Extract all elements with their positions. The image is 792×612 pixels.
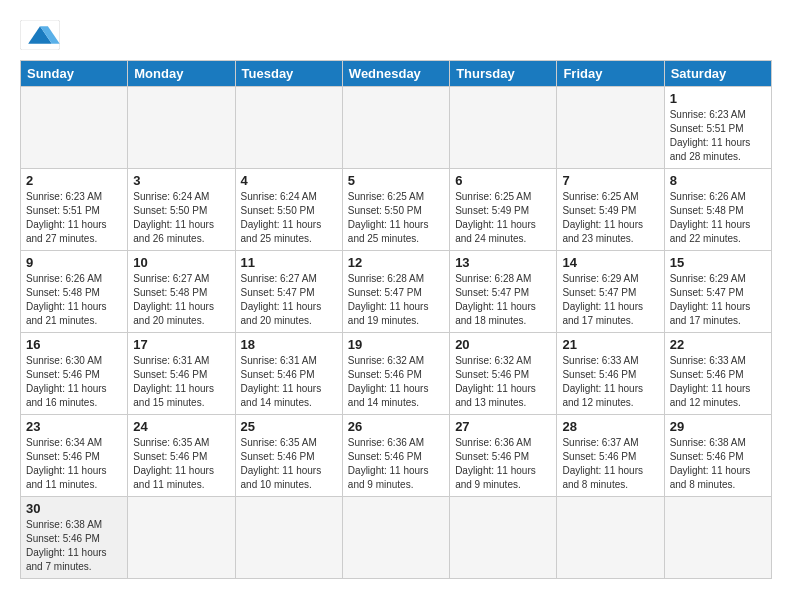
day-cell: 20Sunrise: 6:32 AMSunset: 5:46 PMDayligh… (450, 333, 557, 415)
day-info: Sunrise: 6:36 AMSunset: 5:46 PMDaylight:… (455, 436, 551, 492)
day-number: 16 (26, 337, 122, 352)
day-info: Sunrise: 6:37 AMSunset: 5:46 PMDaylight:… (562, 436, 658, 492)
day-number: 15 (670, 255, 766, 270)
day-cell (235, 87, 342, 169)
day-info: Sunrise: 6:32 AMSunset: 5:46 PMDaylight:… (348, 354, 444, 410)
day-number: 11 (241, 255, 337, 270)
day-cell: 18Sunrise: 6:31 AMSunset: 5:46 PMDayligh… (235, 333, 342, 415)
day-number: 13 (455, 255, 551, 270)
day-number: 22 (670, 337, 766, 352)
day-number: 8 (670, 173, 766, 188)
day-info: Sunrise: 6:33 AMSunset: 5:46 PMDaylight:… (670, 354, 766, 410)
day-info: Sunrise: 6:31 AMSunset: 5:46 PMDaylight:… (133, 354, 229, 410)
day-cell: 6Sunrise: 6:25 AMSunset: 5:49 PMDaylight… (450, 169, 557, 251)
day-info: Sunrise: 6:28 AMSunset: 5:47 PMDaylight:… (455, 272, 551, 328)
day-cell: 23Sunrise: 6:34 AMSunset: 5:46 PMDayligh… (21, 415, 128, 497)
day-cell (342, 497, 449, 579)
day-cell: 8Sunrise: 6:26 AMSunset: 5:48 PMDaylight… (664, 169, 771, 251)
day-cell (235, 497, 342, 579)
day-cell (557, 87, 664, 169)
header-monday: Monday (128, 61, 235, 87)
day-cell: 12Sunrise: 6:28 AMSunset: 5:47 PMDayligh… (342, 251, 449, 333)
week-row-6: 30Sunrise: 6:38 AMSunset: 5:46 PMDayligh… (21, 497, 772, 579)
calendar-header-row: SundayMondayTuesdayWednesdayThursdayFrid… (21, 61, 772, 87)
day-number: 6 (455, 173, 551, 188)
day-number: 26 (348, 419, 444, 434)
day-info: Sunrise: 6:25 AMSunset: 5:50 PMDaylight:… (348, 190, 444, 246)
day-cell: 3Sunrise: 6:24 AMSunset: 5:50 PMDaylight… (128, 169, 235, 251)
day-cell: 27Sunrise: 6:36 AMSunset: 5:46 PMDayligh… (450, 415, 557, 497)
day-cell: 1Sunrise: 6:23 AMSunset: 5:51 PMDaylight… (664, 87, 771, 169)
day-cell (342, 87, 449, 169)
day-info: Sunrise: 6:30 AMSunset: 5:46 PMDaylight:… (26, 354, 122, 410)
day-cell (128, 497, 235, 579)
day-info: Sunrise: 6:24 AMSunset: 5:50 PMDaylight:… (133, 190, 229, 246)
day-cell: 30Sunrise: 6:38 AMSunset: 5:46 PMDayligh… (21, 497, 128, 579)
day-number: 5 (348, 173, 444, 188)
day-info: Sunrise: 6:25 AMSunset: 5:49 PMDaylight:… (562, 190, 658, 246)
week-row-2: 2Sunrise: 6:23 AMSunset: 5:51 PMDaylight… (21, 169, 772, 251)
day-info: Sunrise: 6:26 AMSunset: 5:48 PMDaylight:… (670, 190, 766, 246)
day-cell (128, 87, 235, 169)
day-info: Sunrise: 6:25 AMSunset: 5:49 PMDaylight:… (455, 190, 551, 246)
day-number: 9 (26, 255, 122, 270)
day-number: 12 (348, 255, 444, 270)
day-info: Sunrise: 6:32 AMSunset: 5:46 PMDaylight:… (455, 354, 551, 410)
day-info: Sunrise: 6:24 AMSunset: 5:50 PMDaylight:… (241, 190, 337, 246)
day-cell: 21Sunrise: 6:33 AMSunset: 5:46 PMDayligh… (557, 333, 664, 415)
day-cell: 9Sunrise: 6:26 AMSunset: 5:48 PMDaylight… (21, 251, 128, 333)
day-info: Sunrise: 6:31 AMSunset: 5:46 PMDaylight:… (241, 354, 337, 410)
day-info: Sunrise: 6:36 AMSunset: 5:46 PMDaylight:… (348, 436, 444, 492)
day-cell: 17Sunrise: 6:31 AMSunset: 5:46 PMDayligh… (128, 333, 235, 415)
week-row-4: 16Sunrise: 6:30 AMSunset: 5:46 PMDayligh… (21, 333, 772, 415)
week-row-3: 9Sunrise: 6:26 AMSunset: 5:48 PMDaylight… (21, 251, 772, 333)
day-number: 3 (133, 173, 229, 188)
day-cell: 26Sunrise: 6:36 AMSunset: 5:46 PMDayligh… (342, 415, 449, 497)
day-cell: 5Sunrise: 6:25 AMSunset: 5:50 PMDaylight… (342, 169, 449, 251)
day-info: Sunrise: 6:33 AMSunset: 5:46 PMDaylight:… (562, 354, 658, 410)
day-info: Sunrise: 6:29 AMSunset: 5:47 PMDaylight:… (670, 272, 766, 328)
day-info: Sunrise: 6:38 AMSunset: 5:46 PMDaylight:… (26, 518, 122, 574)
day-cell (21, 87, 128, 169)
day-cell: 13Sunrise: 6:28 AMSunset: 5:47 PMDayligh… (450, 251, 557, 333)
day-number: 20 (455, 337, 551, 352)
day-cell (664, 497, 771, 579)
day-info: Sunrise: 6:38 AMSunset: 5:46 PMDaylight:… (670, 436, 766, 492)
header-saturday: Saturday (664, 61, 771, 87)
header-thursday: Thursday (450, 61, 557, 87)
day-number: 28 (562, 419, 658, 434)
header-wednesday: Wednesday (342, 61, 449, 87)
day-cell: 10Sunrise: 6:27 AMSunset: 5:48 PMDayligh… (128, 251, 235, 333)
day-number: 19 (348, 337, 444, 352)
header-sunday: Sunday (21, 61, 128, 87)
day-number: 4 (241, 173, 337, 188)
day-info: Sunrise: 6:29 AMSunset: 5:47 PMDaylight:… (562, 272, 658, 328)
day-number: 10 (133, 255, 229, 270)
day-number: 1 (670, 91, 766, 106)
day-cell: 11Sunrise: 6:27 AMSunset: 5:47 PMDayligh… (235, 251, 342, 333)
day-info: Sunrise: 6:23 AMSunset: 5:51 PMDaylight:… (670, 108, 766, 164)
week-row-1: 1Sunrise: 6:23 AMSunset: 5:51 PMDaylight… (21, 87, 772, 169)
day-info: Sunrise: 6:27 AMSunset: 5:47 PMDaylight:… (241, 272, 337, 328)
day-cell: 4Sunrise: 6:24 AMSunset: 5:50 PMDaylight… (235, 169, 342, 251)
logo-icon (20, 20, 60, 50)
day-cell: 2Sunrise: 6:23 AMSunset: 5:51 PMDaylight… (21, 169, 128, 251)
day-info: Sunrise: 6:23 AMSunset: 5:51 PMDaylight:… (26, 190, 122, 246)
page-header (20, 20, 772, 50)
day-number: 2 (26, 173, 122, 188)
day-cell: 7Sunrise: 6:25 AMSunset: 5:49 PMDaylight… (557, 169, 664, 251)
day-cell (450, 87, 557, 169)
calendar: SundayMondayTuesdayWednesdayThursdayFrid… (20, 60, 772, 579)
day-info: Sunrise: 6:26 AMSunset: 5:48 PMDaylight:… (26, 272, 122, 328)
day-cell: 22Sunrise: 6:33 AMSunset: 5:46 PMDayligh… (664, 333, 771, 415)
day-number: 25 (241, 419, 337, 434)
day-number: 24 (133, 419, 229, 434)
day-number: 27 (455, 419, 551, 434)
day-cell (450, 497, 557, 579)
day-cell: 29Sunrise: 6:38 AMSunset: 5:46 PMDayligh… (664, 415, 771, 497)
day-cell (557, 497, 664, 579)
day-number: 7 (562, 173, 658, 188)
day-cell: 16Sunrise: 6:30 AMSunset: 5:46 PMDayligh… (21, 333, 128, 415)
day-cell: 14Sunrise: 6:29 AMSunset: 5:47 PMDayligh… (557, 251, 664, 333)
header-friday: Friday (557, 61, 664, 87)
